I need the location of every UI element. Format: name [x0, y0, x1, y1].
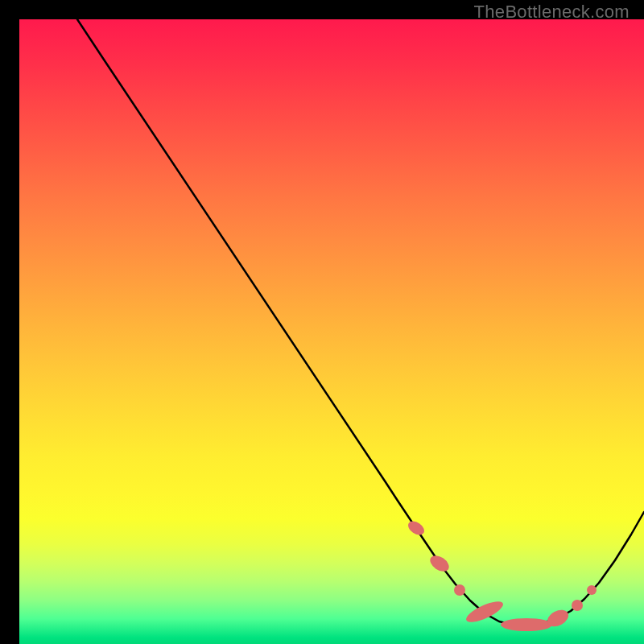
plot-area — [19, 19, 644, 644]
marker-0 — [406, 518, 427, 538]
marker-7 — [587, 585, 597, 595]
marker-layer — [406, 518, 597, 631]
chart-svg — [19, 19, 644, 644]
watermark-text: TheBottleneck.com — [474, 2, 630, 23]
chart-frame — [10, 10, 634, 634]
marker-1 — [427, 552, 452, 575]
marker-2 — [454, 584, 465, 596]
marker-6 — [572, 600, 583, 611]
curve-layer — [77, 19, 644, 625]
marker-4 — [501, 618, 552, 631]
curve-main-curve — [77, 19, 644, 625]
